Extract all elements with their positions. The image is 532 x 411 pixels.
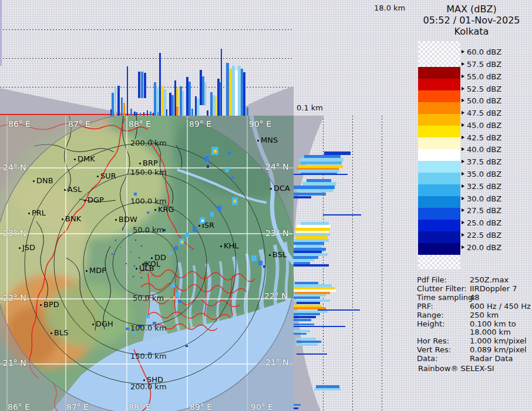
echo-bar <box>323 214 361 215</box>
metadata-label: Range: <box>417 311 470 319</box>
metadata-row: Data:Radar Data <box>417 354 513 363</box>
legend-arrow-icon <box>462 87 464 90</box>
city-dot <box>28 213 30 214</box>
echo-cell <box>146 315 150 318</box>
range-ring-label: 200.0 km <box>130 139 167 147</box>
echo-bar <box>294 196 311 198</box>
legend-arrow-icon <box>462 245 464 249</box>
echo-cell <box>204 156 209 161</box>
range-ring-label: 50.0 km <box>133 225 164 234</box>
echo-cell <box>143 270 144 271</box>
metadata-label: PRF: <box>417 302 470 311</box>
range-ring-label: 150.0 km <box>130 168 167 177</box>
metadata-value: Radar Data <box>470 354 513 363</box>
legend-band <box>418 90 460 102</box>
legend-entry: 42.5 dBZ <box>462 133 501 142</box>
legend-entry: 32.5 dBZ <box>462 181 501 191</box>
lon-lat-label: 90° E <box>249 119 271 129</box>
legend-arrow-icon <box>462 75 464 78</box>
echo-cell <box>122 228 123 229</box>
legend-entry-label: 35.0 dBZ <box>467 170 501 178</box>
city-marker: DCA <box>274 184 290 193</box>
echo-bar <box>130 109 132 116</box>
metadata-label: Clutter Filter: <box>417 284 470 293</box>
city-marker: PRL <box>32 208 46 217</box>
echo-cell <box>154 261 155 262</box>
echo-bar <box>294 330 310 332</box>
metadata-row: 18.000 km <box>417 328 511 336</box>
city-dot <box>151 257 153 259</box>
echo-cell <box>163 229 166 231</box>
legend-entry: 27.5 dBZ <box>462 206 501 215</box>
legend-entry-label: 32.5 dBZ <box>467 182 501 191</box>
echo-bar <box>171 95 174 116</box>
echo-bar <box>147 110 148 116</box>
metadata-value: 1.000 km/pixel <box>470 336 527 345</box>
echo-bar <box>188 82 191 116</box>
echo-cell <box>151 275 153 276</box>
echo-cell <box>153 322 156 325</box>
city-marker: DMK <box>78 154 95 163</box>
legend-entry-label: 60.0 dBZ <box>467 48 501 56</box>
city-marker: BNK <box>65 214 81 223</box>
metadata-row: PRF:600 Hz / 450 Hz <box>417 302 531 311</box>
legend-arrow-icon <box>462 184 464 188</box>
city-marker: MNS <box>261 136 278 144</box>
echo-bar <box>191 109 193 116</box>
echo-bar <box>215 97 217 116</box>
echo-bar <box>144 73 146 98</box>
metadata-row: Vert Res:0.089 km/pixel <box>417 345 527 354</box>
city-dot <box>269 254 271 256</box>
echo-cell <box>134 193 137 196</box>
echo-bar <box>294 264 329 267</box>
echo-bar <box>314 388 341 390</box>
echo-bar <box>121 97 123 116</box>
echo-bar <box>243 72 245 116</box>
echo-cell <box>214 150 217 153</box>
echo-cell <box>231 176 234 179</box>
lon-lat-label: 23° N <box>265 228 289 238</box>
echo-cell <box>130 251 132 252</box>
echo-cell <box>120 247 121 248</box>
echo-bar <box>297 302 320 304</box>
metadata-label: Height: <box>417 319 470 328</box>
legend-entry-label: 30.0 dBZ <box>467 194 501 203</box>
legend-checker-bottom <box>418 255 460 269</box>
legend-arrow-icon <box>462 221 464 224</box>
metadata-value: 250 km <box>470 311 499 319</box>
lon-lat-label: 21° N <box>265 358 289 367</box>
legend-entry: 57.5 dBZ <box>462 59 501 69</box>
product-station: Kolkata <box>411 26 532 37</box>
city-dot <box>50 332 52 334</box>
echo-cell <box>178 299 181 303</box>
echo-cell <box>147 262 149 263</box>
legend-arrow-icon <box>462 123 464 127</box>
city-dot <box>33 180 35 182</box>
lon-lat-label: 23° N <box>3 228 26 238</box>
legend-entry: 30.0 dBZ <box>462 194 501 203</box>
legend-entry: 50.0 dBZ <box>462 96 501 105</box>
echo-bar <box>127 66 128 116</box>
legend-entry-label: 47.5 dBZ <box>467 109 501 117</box>
echo-cell <box>217 206 221 211</box>
echo-cell <box>112 254 113 255</box>
legend-band <box>418 220 460 231</box>
city-dot <box>139 163 141 164</box>
echo-bar <box>141 72 143 98</box>
radar-display-window: 18.0 km 0.1 km <box>0 0 532 411</box>
echo-bar <box>297 189 333 192</box>
lon-lat-label: 88° E <box>129 402 151 411</box>
echo-cell <box>141 245 142 247</box>
echo-cell <box>201 220 204 222</box>
metadata-label: Vert Res: <box>417 345 470 354</box>
legend-entry-label: 20.0 dBZ <box>467 243 501 252</box>
echo-bar <box>297 341 321 343</box>
echo-cell <box>186 233 189 237</box>
legend-band <box>418 102 460 114</box>
echo-cell <box>139 257 140 258</box>
legend-entry-label: 52.5 dBZ <box>467 85 501 93</box>
metadata-label: Data: <box>417 354 470 363</box>
lon-lat-label: 90° E <box>251 402 273 411</box>
echo-bar <box>112 93 114 116</box>
echo-bar <box>294 174 348 175</box>
